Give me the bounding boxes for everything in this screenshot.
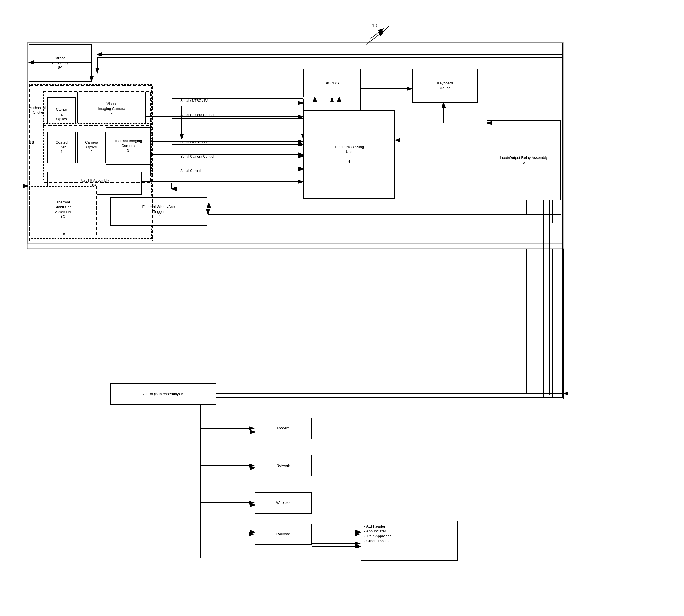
railroad-label: Railroad [276, 532, 290, 537]
input-output-relay-box: Input/Output Relay Assembly5 [487, 120, 561, 200]
label-8b: 8B [29, 140, 34, 145]
image-processing-box: Image ProcessingUnit4 [303, 110, 395, 199]
svg-line-3 [366, 31, 384, 44]
coated-filter-label: CoatedFilter1 [56, 140, 67, 155]
camera-optics-bottom-box: CameraOptics2 [77, 132, 106, 163]
coated-filter-box: CoatedFilter1 [47, 132, 76, 163]
aei-reader-box: - AEI Reader- Annunciater- Train Approac… [361, 521, 458, 561]
wireless-label: Wireless [276, 500, 291, 505]
visual-imaging-camera-box: VisualImaging Camera9 [77, 92, 146, 126]
railroad-box: Railroad [255, 524, 312, 545]
external-wheel-label: External Wheel/AxelTrigger7 [142, 204, 175, 219]
keyboard-mouse-box: KeyboardMouse [412, 69, 478, 103]
display-label: DISPLAY [324, 81, 340, 86]
ref-number-10: 10 [372, 23, 377, 29]
serial-camera-control-bottom-label: Serial Camera Control [180, 154, 214, 159]
thermal-imaging-camera-label: Thermal ImagingCamera3 [114, 139, 142, 153]
modem-box: Modem [255, 418, 312, 439]
serial-ntsc-pal-top-label: Serial / NTSC / PAL [180, 99, 210, 103]
strobe-assembly-label: StrobeAssembly9A [52, 56, 68, 70]
serial-ntsc-pal-bottom-label: Serial / NTSC / PAL [180, 140, 210, 145]
aei-reader-label: - AEI Reader- Annunciater- Train Approac… [364, 524, 391, 544]
thermal-imaging-camera-box: Thermal ImagingCamera3 [106, 127, 150, 164]
keyboard-mouse-label: KeyboardMouse [437, 81, 453, 91]
display-box: DISPLAY [303, 69, 361, 97]
thermal-stabilizing-box: ThermalStabilizingAssembly8C [29, 186, 97, 233]
svg-line-98 [371, 29, 384, 39]
input-output-relay-label: Input/Output Relay Assembly5 [500, 155, 548, 165]
visual-imaging-camera-label: VisualImaging Camera9 [98, 102, 125, 116]
mechanical-shutter-label: MechanicalShutter [29, 106, 44, 115]
camera-optics-top-label: CameraOptics [56, 107, 67, 122]
camera-optics-bottom-label: CameraOptics2 [85, 140, 98, 155]
network-label: Network [276, 463, 290, 468]
svg-line-4 [384, 26, 389, 31]
alarm-sub-box: Alarm (Sub Assembly) 6 [110, 383, 216, 405]
wireless-box: Wireless [255, 492, 312, 513]
strobe-assembly-box: StrobeAssembly9A [29, 44, 91, 82]
serial-camera-control-top-label: Serial Camera Control [180, 113, 214, 117]
alarm-sub-label: Alarm (Sub Assembly) 6 [143, 392, 183, 397]
thermal-stabilizing-label: ThermalStabilizingAssembly8C [53, 199, 73, 221]
external-wheel-box: External Wheel/AxelTrigger7 [110, 197, 208, 226]
modem-label: Modem [277, 426, 289, 431]
image-processing-label: Image ProcessingUnit4 [334, 145, 364, 164]
network-box: Network [255, 455, 312, 476]
label-8: 8 [63, 232, 65, 237]
serial-control-label: Serial Control [180, 169, 201, 173]
